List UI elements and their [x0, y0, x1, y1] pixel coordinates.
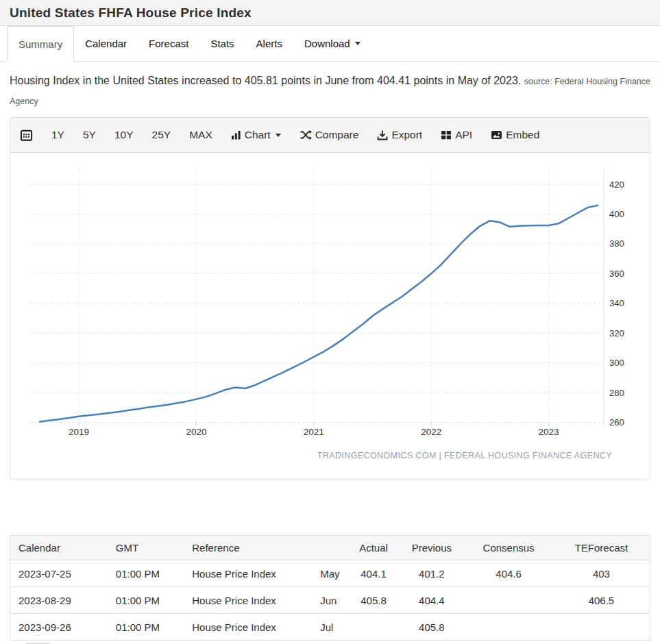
tab-summary[interactable]: Summary [7, 26, 74, 62]
table-header-cell: Consensus [464, 536, 553, 560]
y-axis-tick-label: 300 [609, 358, 624, 368]
compare-button[interactable]: Compare [300, 129, 359, 141]
tab-forecast-label: Forecast [149, 38, 188, 49]
table-cell: House Price Index [184, 614, 312, 641]
price-chart[interactable]: 2602803003203403603804004202019202020212… [10, 153, 650, 480]
table-cell: May [312, 560, 347, 587]
table-row[interactable]: 2023-08-2901:00 PMHouse Price IndexJun40… [10, 587, 650, 614]
table-cell: 405.8 [399, 614, 464, 641]
y-axis-tick-label: 420 [609, 179, 624, 190]
image-icon [491, 129, 502, 140]
y-axis-tick-label: 360 [609, 269, 624, 279]
table-header-row: CalendarGMTReferenceActualPreviousConsen… [10, 536, 650, 560]
price-line-series [40, 206, 598, 422]
calendar-button[interactable] [20, 129, 33, 142]
table-cell: 2023-08-29 [10, 587, 108, 614]
table-cell: 2023-07-25 [10, 560, 108, 587]
range-5y-button[interactable]: 5Y [83, 129, 96, 141]
table-header-cell: GMT [108, 536, 184, 560]
table-cell: 01:00 PM [108, 614, 184, 641]
shuffle-icon [300, 129, 312, 140]
grid-icon [441, 129, 452, 140]
range-25y-label: 25Y [152, 129, 171, 141]
range-25y-button[interactable]: 25Y [152, 129, 171, 141]
page-title: United States FHFA House Price Index [10, 5, 252, 21]
range-5y-label: 5Y [83, 129, 96, 141]
chevron-down-icon [276, 134, 281, 137]
y-axis-tick-label: 320 [609, 328, 624, 338]
api-label: API [455, 129, 472, 141]
x-axis-tick-label: 2022 [421, 427, 441, 437]
table-header-cell: Actual [348, 536, 400, 560]
table-cell: Jul [312, 614, 347, 641]
bar-chart-icon [231, 129, 241, 140]
table-cell [348, 614, 400, 641]
tab-bar: Summary Calendar Forecast Stats Alerts D… [0, 26, 660, 62]
table-cell: 403 [553, 560, 650, 587]
compare-label: Compare [315, 129, 359, 141]
price-chart-svg: 2602803003203403603804004202019202020212… [10, 153, 650, 480]
table-cell [553, 614, 650, 641]
range-1y-label: 1Y [51, 129, 64, 141]
range-10y-button[interactable]: 10Y [114, 129, 134, 141]
table-header-cell: TEForecast [553, 536, 650, 560]
y-axis-tick-label: 380 [609, 238, 624, 249]
table-cell: 404.1 [348, 560, 400, 587]
y-axis-tick-label: 340 [609, 298, 624, 308]
y-axis-tick-label: 260 [609, 417, 624, 428]
chart-type-button[interactable]: Chart [231, 129, 281, 141]
table-cell: 01:00 PM [108, 587, 184, 614]
table-header-cell [312, 536, 347, 560]
tab-download-label: Download [304, 38, 350, 49]
tab-calendar[interactable]: Calendar [74, 26, 138, 61]
table-cell: 406.5 [553, 587, 650, 614]
table-header-cell: Previous [399, 536, 464, 560]
calendar-icon [20, 129, 33, 142]
embed-button[interactable]: Embed [491, 129, 539, 141]
y-axis-tick-label: 400 [609, 209, 624, 219]
table-cell: 404.4 [399, 587, 464, 614]
x-axis-tick-label: 2023 [539, 427, 559, 437]
x-axis-tick-label: 2020 [186, 427, 206, 437]
table-row[interactable]: 2023-09-2601:00 PMHouse Price IndexJul40… [10, 614, 650, 641]
table-cell: 404.6 [464, 560, 553, 587]
tab-stats-label: Stats [210, 38, 234, 49]
table-cell: House Price Index [184, 560, 312, 587]
tab-alerts-label: Alerts [256, 38, 282, 49]
embed-label: Embed [506, 129, 539, 141]
api-button[interactable]: API [441, 129, 472, 141]
x-axis-tick-label: 2021 [304, 427, 324, 437]
chevron-down-icon [355, 42, 360, 45]
table-cell: House Price Index [184, 587, 312, 614]
export-label: Export [391, 129, 422, 141]
summary-description: Housing Index in the United States incre… [10, 71, 650, 111]
tab-download[interactable]: Download [293, 26, 371, 61]
chart-type-label: Chart [245, 129, 271, 141]
x-axis-tick-label: 2019 [69, 427, 89, 437]
range-10y-label: 10Y [114, 129, 134, 141]
table-cell [464, 587, 553, 614]
page-header-bar: United States FHFA House Price Index [0, 0, 660, 26]
tab-forecast[interactable]: Forecast [138, 26, 199, 61]
table-cell: 01:00 PM [108, 560, 184, 587]
range-max-label: MAX [189, 129, 212, 141]
table-cell [464, 614, 553, 641]
table-header-cell: Reference [184, 536, 312, 560]
table-header-cell: Calendar [10, 536, 108, 560]
calendar-table: CalendarGMTReferenceActualPreviousConsen… [10, 535, 650, 641]
table-cell: 2023-09-26 [10, 614, 108, 641]
tab-summary-label: Summary [19, 38, 62, 50]
summary-text: Housing Index in the United States incre… [10, 75, 521, 86]
table-cell: 405.8 [348, 587, 400, 614]
table-cell: Jun [312, 587, 347, 614]
range-max-button[interactable]: MAX [189, 129, 212, 141]
export-button[interactable]: Export [377, 129, 422, 141]
tab-calendar-label: Calendar [85, 38, 127, 49]
tab-alerts[interactable]: Alerts [245, 26, 293, 61]
chart-toolbar: 1Y 5Y 10Y 25Y MAX Chart [10, 118, 650, 153]
table-cell: 401.2 [399, 560, 464, 587]
range-1y-button[interactable]: 1Y [51, 129, 64, 141]
table-row[interactable]: 2023-07-2501:00 PMHouse Price IndexMay40… [10, 560, 650, 587]
y-axis-tick-label: 280 [609, 388, 624, 398]
tab-stats[interactable]: Stats [199, 26, 245, 61]
